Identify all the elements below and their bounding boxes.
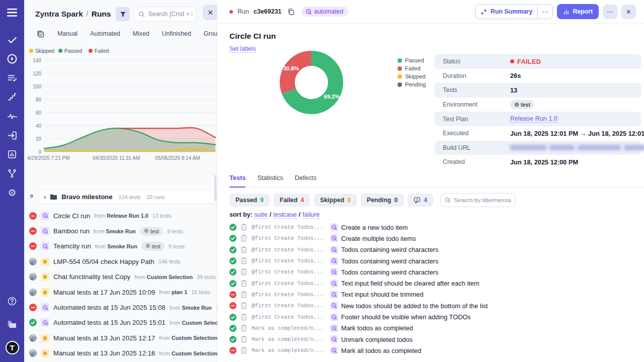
- projects-icon[interactable]: [0, 315, 24, 334]
- copy-icon[interactable]: [287, 8, 295, 16]
- run-list-item[interactable]: LMP-554 05/04 check Happy Path146 tests: [24, 254, 217, 269]
- run-status-finished-icon: [29, 289, 37, 296]
- chip-label: Passed: [235, 197, 257, 204]
- app-logo[interactable]: T: [0, 338, 24, 357]
- test-row[interactable]: @first Create Todos...Todos containing w…: [229, 244, 639, 255]
- run-tests-count: 9 tests: [167, 228, 183, 234]
- runs-play-icon[interactable]: [0, 49, 24, 68]
- gear-icon: ⚙: [144, 228, 149, 234]
- automated-test-icon: [330, 302, 338, 310]
- settings-gear-icon[interactable]: ⚙: [0, 183, 24, 202]
- runs-filter-tab-manual[interactable]: Manual: [57, 30, 77, 37]
- test-row[interactable]: @first Create Todos...Text input field s…: [229, 278, 639, 289]
- legend-item-skipped[interactable]: Skipped: [397, 72, 426, 80]
- milestone-row: › Bravo milestone 124 tests 33 runs: [24, 190, 217, 204]
- scrollbar-thumb[interactable]: [214, 175, 216, 201]
- all-runs-icon[interactable]: [36, 30, 45, 38]
- run-status-finished-icon: [29, 258, 37, 265]
- search-icon: [138, 11, 145, 18]
- test-row[interactable]: @first Create Todos...Todos containing w…: [229, 266, 639, 278]
- run-list-item[interactable]: Automated tests at 15 Jun 2025 15:01from…: [24, 315, 217, 330]
- run-list-item[interactable]: Automated tests at 15 Jun 2025 15:08from…: [24, 300, 217, 315]
- test-row[interactable]: @first Create Todos...Text input should …: [229, 289, 639, 300]
- run-tests-count: 39 tests: [197, 274, 216, 280]
- legend-item-passed[interactable]: Passed: [397, 56, 426, 64]
- environment-badge[interactable]: ⚙test: [510, 100, 534, 109]
- run-list-item[interactable]: Manual tests at 17 Jun 2025 10:09from pl…: [24, 285, 217, 300]
- run-list-item[interactable]: Manual tests at 13 Jun 2025 12:17from Cu…: [24, 330, 217, 345]
- run-list-item[interactable]: Chat functinality test Copyfrom Custom S…: [24, 269, 217, 285]
- detail-row-status: StatusFAILED: [435, 54, 641, 69]
- run-list-item[interactable]: Teamcity runfrom Smoke Run⚙test9 tests: [24, 239, 217, 254]
- runs-filter-tab-unfinished[interactable]: Unfinished: [162, 30, 191, 37]
- milestone-card[interactable]: › Bravo milestone 124 tests 33 runs: [38, 190, 217, 204]
- svg-text:20: 20: [36, 136, 42, 142]
- milestones-icon[interactable]: [0, 87, 24, 107]
- automated-test-icon: [330, 313, 338, 321]
- reports-icon[interactable]: [0, 145, 24, 164]
- tab-statistics[interactable]: Statistics: [257, 174, 283, 187]
- tab-tests[interactable]: Tests: [229, 174, 246, 187]
- comments-filter-chip[interactable]: 4: [408, 194, 433, 207]
- report-button[interactable]: Report: [557, 4, 599, 19]
- menu-icon[interactable]: [0, 4, 24, 21]
- chevron-right-icon[interactable]: ›: [44, 193, 46, 201]
- detail-value: Jun 18, 2025 12:01 PM → Jun 18, 2025 12:…: [510, 130, 644, 137]
- filter-chip-skipped[interactable]: Skipped0: [314, 194, 357, 207]
- set-labels-link[interactable]: Set labels: [229, 45, 256, 53]
- breadcrumb-project[interactable]: Zyntra Spark: [35, 10, 83, 18]
- run-summary-more[interactable]: ⋯: [538, 5, 552, 19]
- test-row[interactable]: Mark as completed/n...Mark all todos as …: [229, 345, 639, 356]
- svg-text:Failed: Failed: [95, 48, 109, 54]
- pin-icon[interactable]: [27, 193, 36, 201]
- test-row[interactable]: Mark as completed/n...Mark todos as comp…: [229, 323, 639, 334]
- test-status-passed-icon: [229, 246, 236, 253]
- test-suite: @first Create Todos...: [252, 235, 325, 241]
- runs-filter-tab-mixed[interactable]: Mixed: [133, 30, 149, 37]
- clipboard-icon: [240, 346, 249, 354]
- test-plans-icon[interactable]: [0, 68, 24, 87]
- filter-chip-passed[interactable]: Passed9: [229, 194, 270, 207]
- automated-badge[interactable]: automated: [301, 7, 349, 17]
- status-filter-chips: Passed9Failed4Skipped0Pending04: [229, 193, 516, 207]
- test-row[interactable]: @first Create Todos...New todos should b…: [229, 300, 639, 311]
- tasks-check-icon[interactable]: [0, 30, 24, 49]
- test-row[interactable]: @first Create Todos...Todos containing w…: [229, 255, 639, 266]
- runs-filter-tab-automated[interactable]: Automated: [90, 30, 120, 37]
- legend-dot: [397, 82, 402, 87]
- test-row[interactable]: @first Create Todos...Create multiple to…: [229, 233, 639, 244]
- test-row[interactable]: Mark as completed/n...Unmark completed t…: [229, 334, 639, 345]
- run-list-item[interactable]: Manual tests at 13 Jun 2025 12:16from Cu…: [24, 346, 217, 361]
- help-icon[interactable]: [0, 292, 24, 311]
- runs-search-input[interactable]: [148, 11, 192, 18]
- test-row[interactable]: @first Create Todos...Create a new todo …: [229, 222, 639, 233]
- run-tests-count: 146 tests: [158, 258, 181, 264]
- filter-button[interactable]: [116, 7, 130, 21]
- legend-item-failed[interactable]: Failed: [397, 64, 426, 72]
- more-actions-button[interactable]: ⋯: [603, 5, 617, 19]
- run-list-item[interactable]: Circle CI runfrom Release Run 1.013 test…: [24, 208, 217, 223]
- tab-defects[interactable]: Defects: [295, 174, 316, 187]
- tests-search: [440, 193, 516, 207]
- tests-search-input[interactable]: [454, 197, 511, 204]
- run-status-failed-icon: [29, 227, 37, 235]
- test-row[interactable]: @first Create Todos...Footer should be v…: [229, 311, 639, 322]
- test-title: Create a new todo item: [341, 224, 408, 231]
- gear-icon: ⚙: [145, 243, 150, 249]
- analytics-icon[interactable]: [0, 107, 24, 126]
- filter-chip-failed[interactable]: Failed4: [274, 194, 310, 207]
- panel-close-button[interactable]: ✕: [203, 5, 218, 20]
- test-plan-link[interactable]: Release Run 1.0: [510, 115, 557, 123]
- run-list-item[interactable]: Bamboo runfrom Smoke Run⚙test9 tests: [24, 223, 217, 238]
- legend-dot: [397, 58, 402, 63]
- filter-chip-pending[interactable]: Pending0: [361, 194, 404, 207]
- close-detail-button[interactable]: ✕: [621, 5, 636, 19]
- run-summary-button[interactable]: Run Summary ⋯: [475, 4, 553, 19]
- sort-option-testcase[interactable]: testcase: [273, 211, 297, 219]
- svg-text:69.2%: 69.2%: [324, 94, 340, 100]
- sort-option-suite[interactable]: suite: [254, 211, 267, 219]
- legend-item-pending[interactable]: Pending: [397, 80, 426, 88]
- sort-option-failure[interactable]: failure: [302, 211, 319, 219]
- branches-icon[interactable]: [0, 164, 24, 183]
- import-run-icon[interactable]: [0, 126, 24, 145]
